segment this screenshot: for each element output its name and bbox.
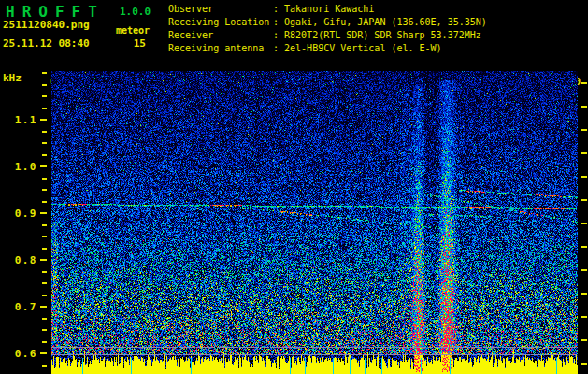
right-tick	[581, 246, 587, 248]
info-value: : 2el-HB9CV Vertical (el. E-W)	[273, 43, 442, 53]
freq-minor-tick	[42, 329, 47, 331]
info-label: Receiving antenna	[168, 43, 273, 54]
freq-minor-tick	[42, 189, 47, 191]
freq-major-tick	[40, 119, 47, 121]
right-tick	[581, 176, 587, 178]
freq-minor-tick	[42, 365, 47, 367]
freq-label: 0.6	[0, 348, 37, 360]
mode-label: meteor	[112, 25, 150, 36]
right-tick	[581, 106, 587, 108]
right-tick	[581, 82, 587, 84]
right-tick	[581, 316, 587, 318]
right-tick	[581, 129, 587, 131]
freq-major-tick	[40, 212, 47, 214]
freq-minor-tick	[42, 84, 47, 86]
freq-major-tick	[40, 259, 47, 261]
meteor-count: 15	[112, 37, 146, 50]
freq-minor-tick	[42, 318, 47, 320]
freq-minor-tick	[42, 341, 47, 343]
freq-label: 1.1	[0, 114, 37, 126]
station-info-row: Receiving Location: Ogaki, Gifu, JAPAN (…	[168, 17, 487, 28]
right-tick	[581, 152, 587, 154]
freq-axis-unit: kHz	[3, 72, 22, 84]
datetime-label: 25.11.12 08:40	[3, 37, 90, 50]
freq-minor-tick	[42, 271, 47, 273]
station-info-row: Observer: Takanori Kawachi	[168, 4, 374, 15]
info-value: : R820T2(RTL-SDR) SDR-Sharp 53.372MHz	[273, 30, 481, 40]
freq-major-tick	[40, 306, 47, 308]
info-label: Receiver	[168, 30, 273, 41]
info-label: Observer	[168, 4, 273, 15]
right-tick	[581, 269, 587, 271]
freq-minor-tick	[42, 178, 47, 180]
hrofft-output-image: { "colors": { "background": "#000000", "…	[0, 0, 588, 374]
freq-minor-tick	[42, 295, 47, 296]
freq-minor-tick	[42, 154, 47, 156]
freq-label: 0.9	[0, 208, 37, 220]
freq-minor-tick	[42, 201, 47, 203]
freq-major-tick	[40, 352, 47, 354]
freq-label: 0.7	[0, 301, 37, 313]
freq-label: 1.0	[0, 161, 37, 173]
freq-minor-tick	[42, 224, 47, 226]
right-tick	[581, 293, 587, 295]
freq-major-tick	[40, 165, 47, 167]
right-tick	[581, 363, 587, 365]
station-info-row: Receiver: R820T2(RTL-SDR) SDR-Sharp 53.3…	[168, 30, 481, 41]
right-tick	[581, 339, 587, 341]
info-value: : Takanori Kawachi	[273, 4, 374, 14]
freq-minor-tick	[42, 248, 47, 250]
freq-minor-tick	[42, 236, 47, 237]
freq-minor-tick	[42, 131, 47, 133]
freq-minor-tick	[42, 72, 47, 74]
spectrogram-canvas	[51, 71, 578, 374]
info-label: Receiving Location	[168, 17, 273, 28]
file-name: 2511120840.png	[3, 19, 90, 31]
right-tick	[581, 223, 587, 224]
freq-label: 0.8	[0, 254, 37, 266]
station-info-row: Receiving antenna: 2el-HB9CV Vertical (e…	[168, 43, 442, 54]
info-value: : Ogaki, Gifu, JAPAN (136.60E, 35.35N)	[273, 17, 487, 27]
freq-minor-tick	[42, 282, 47, 284]
freq-minor-tick	[42, 95, 47, 97]
freq-minor-tick	[42, 142, 47, 144]
app-version: 1.0.0	[120, 6, 151, 18]
right-tick	[581, 199, 587, 201]
freq-minor-tick	[42, 108, 47, 109]
